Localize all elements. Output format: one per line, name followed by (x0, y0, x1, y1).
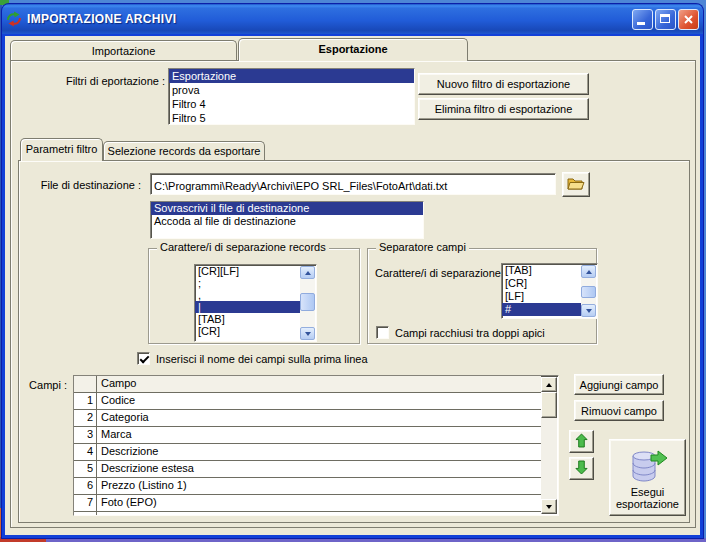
field-separator-label: Carattere/i di separazione (375, 267, 501, 279)
maximize-icon (660, 14, 670, 23)
field-name: Codice (97, 393, 541, 409)
scroll-thumb[interactable] (541, 392, 557, 418)
destination-input[interactable] (150, 173, 556, 195)
subtab-label: Selezione records da esportare (108, 145, 261, 157)
table-row[interactable]: 6Prezzo (Listino 1) (74, 478, 541, 495)
table-row[interactable]: 7Foto (EPO) (74, 495, 541, 512)
scroll-thumb[interactable] (300, 293, 315, 311)
dialog-body: Importazione Esportazione Filtri di epor… (5, 36, 700, 535)
minimize-button[interactable] (632, 9, 653, 30)
scroll-track[interactable] (541, 392, 557, 499)
execute-export-button[interactable]: Esegui esportazione (609, 439, 686, 516)
tab-label: Importazione (92, 45, 156, 57)
title-bar[interactable]: IMPORTAZIONE ARCHIVI (2, 4, 703, 34)
scroll-up-arrow[interactable] (541, 377, 557, 392)
new-filter-button[interactable]: Nuovo filtro di esportazione (418, 73, 589, 95)
browse-button[interactable] (562, 172, 590, 197)
separator-item[interactable]: ; (195, 277, 300, 289)
scrollbar[interactable] (300, 266, 315, 340)
separator-item[interactable]: [TAB] (195, 313, 300, 325)
filter-item[interactable]: prova (169, 83, 414, 97)
scroll-thumb[interactable] (581, 286, 596, 298)
export-filters-listbox: Esportazione prova Filtro 4 Filtro 5 (168, 68, 415, 125)
separator-item[interactable]: [CR] (195, 325, 300, 337)
filters-label: Filtri di eportazione : (30, 75, 165, 87)
filter-item[interactable]: Filtro 4 (169, 97, 414, 111)
separator-item[interactable]: [CR] (502, 277, 581, 290)
parametri-filtro-page: File di destinazione : Sovrascrivi il fi… (18, 160, 690, 523)
remove-field-button[interactable]: Rimuovi campo (574, 400, 664, 421)
scroll-down-arrow[interactable] (300, 327, 315, 340)
record-separator-listbox: [CR][LF] ; , | [TAB] [CR] (194, 264, 317, 342)
row-number: 1 (74, 393, 97, 409)
separator-item[interactable]: , (195, 289, 300, 301)
table-row[interactable]: 4Descrizione (74, 444, 541, 461)
row-number: 5 (74, 461, 97, 477)
field-separator-group: Separatore campi Carattere/i di separazi… (367, 248, 597, 344)
scroll-track[interactable] (300, 279, 315, 327)
row-number: 4 (74, 444, 97, 460)
table-header-row: Campo (74, 376, 541, 393)
import-archives-window: IMPORTAZIONE ARCHIVI Importazione Esport… (2, 4, 703, 538)
arrow-down-icon (586, 309, 592, 313)
separator-item[interactable]: [TAB] (502, 264, 581, 277)
tab-esportazione[interactable]: Esportazione (238, 38, 468, 61)
field-name: Disponibilità (97, 512, 541, 516)
destination-label: File di destinazione : (29, 179, 141, 191)
arrow-up-icon (305, 271, 311, 275)
tab-label: Esportazione (318, 43, 387, 55)
write-mode-listbox: Sovrascrivi il file di destinazione Acco… (150, 201, 424, 239)
field-name: Categoria (97, 410, 541, 426)
first-line-checkbox-label: Inserisci il nome dei campi sulla prima … (156, 353, 368, 365)
arrow-down-icon (546, 505, 552, 509)
separator-item[interactable]: # (502, 303, 581, 316)
quotes-checkbox-label: Campi racchiusi tra doppi apici (395, 327, 545, 339)
maximize-button[interactable] (655, 9, 676, 30)
subtab-label: Parametri filtro (26, 143, 98, 155)
write-mode-item[interactable]: Sovrascrivi il file di destinazione (151, 202, 423, 215)
row-number: 7 (74, 495, 97, 511)
arrow-down-icon (305, 332, 311, 336)
fields-label: Campi : (27, 379, 67, 391)
table-row[interactable]: 2Categoria (74, 410, 541, 427)
green-arrow-down-icon (575, 465, 588, 477)
subtab-parametri-filtro[interactable]: Parametri filtro (20, 138, 103, 161)
filter-item[interactable]: Filtro 5 (169, 111, 414, 125)
scroll-up-arrow[interactable] (581, 265, 596, 278)
row-number: 2 (74, 410, 97, 426)
import-export-arrows-icon (6, 11, 22, 27)
field-name: Descrizione (97, 444, 541, 460)
first-line-checkbox[interactable] (137, 352, 150, 365)
separator-item[interactable]: [CR][LF] (195, 265, 300, 277)
background-fragment (46, 538, 706, 542)
row-number: 3 (74, 427, 97, 443)
table-scrollbar[interactable] (541, 377, 557, 514)
table-row[interactable]: 1Codice (74, 393, 541, 410)
table-row[interactable]: 3Marca (74, 427, 541, 444)
filter-item[interactable]: Esportazione (169, 69, 414, 83)
move-down-button[interactable] (569, 457, 594, 480)
green-arrow-up-icon (575, 438, 588, 450)
record-separator-group: Carattere/i di separazione records [CR][… (148, 248, 360, 344)
scroll-up-arrow[interactable] (300, 266, 315, 279)
table-row[interactable]: 5Descrizione estesa (74, 461, 541, 478)
execute-label-line2: esportazione (610, 498, 685, 510)
minimize-icon (637, 22, 645, 25)
separator-item[interactable]: | (195, 301, 300, 313)
scroll-down-arrow[interactable] (581, 304, 596, 317)
move-up-button[interactable] (569, 430, 594, 453)
scroll-track[interactable] (581, 278, 596, 304)
separator-item[interactable]: [LF] (502, 290, 581, 303)
quotes-checkbox[interactable] (376, 326, 389, 339)
scroll-down-arrow[interactable] (541, 499, 557, 514)
write-mode-item[interactable]: Accoda al file di destinazione (151, 215, 423, 228)
subtab-selezione-records[interactable]: Selezione records da esportare (103, 141, 265, 160)
scrollbar[interactable] (581, 265, 596, 317)
delete-filter-button[interactable]: Elimina filtro di esportazione (418, 98, 589, 120)
table-row[interactable]: 8Disponibilità (74, 512, 541, 516)
add-field-button[interactable]: Aggiungi campo (574, 374, 664, 395)
column-header: Campo (97, 376, 541, 392)
close-button[interactable] (678, 9, 699, 30)
tab-importazione[interactable]: Importazione (10, 40, 237, 60)
field-name: Descrizione estesa (97, 461, 541, 477)
